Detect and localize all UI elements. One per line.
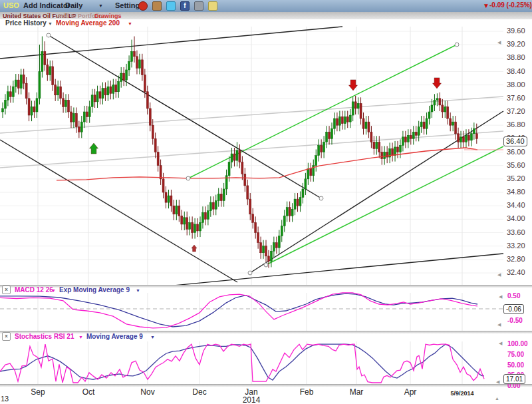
price-axis-label: 33.20 [507, 242, 532, 250]
chevron-down-icon[interactable]: ▼ [136, 288, 140, 293]
time-axis-label: 5/9/2014 [450, 390, 473, 397]
price-axis-label: 38.00 [507, 81, 532, 89]
stoch-axis-label: 50.00 [507, 361, 524, 369]
time-axis-year: 2014 [243, 395, 261, 404]
chevron-down-icon[interactable]: ▼ [150, 335, 155, 339]
price-axis-label: 39.20 [507, 40, 532, 48]
panel-separator[interactable] [0, 384, 532, 387]
price-axis-label: 38.40 [507, 67, 532, 75]
chart-canvas[interactable] [0, 0, 532, 404]
macd-axis-low: -0.50 [507, 317, 523, 324]
stoch-axis-label: 75.00 [507, 351, 524, 358]
macd-axis-high: 0.50 [507, 292, 520, 300]
axis-scroll-icon[interactable]: ▲ [495, 396, 499, 401]
price-axis-label: 34.00 [507, 214, 532, 222]
time-axis-label: Feb [300, 387, 314, 397]
time-axis-label: Mar [350, 387, 364, 397]
price-axis-label: 35.20 [507, 174, 532, 182]
axis-scroll-icon[interactable]: ◀ [499, 341, 502, 346]
macd-title[interactable]: MACD 12 26 [15, 286, 53, 294]
macd-signal-label[interactable]: Exp Moving Average 9 [59, 286, 130, 294]
time-axis-label: Oct [82, 387, 95, 397]
time-axis-label: Nov [140, 387, 154, 397]
price-axis-label: 32.80 [507, 255, 532, 263]
price-axis-label: 34.80 [507, 188, 532, 196]
price-axis-label: 39.60 [507, 27, 532, 35]
chevron-down-icon[interactable]: ▼ [51, 288, 56, 293]
time-axis-label: Sep [31, 387, 45, 397]
stoch-signal-label[interactable]: Moving Average 9 [86, 333, 143, 340]
price-axis-label: 34.40 [507, 201, 532, 209]
stoch-axis-label: 100.00 [507, 340, 528, 347]
stoch-title[interactable]: Stochastics RSI 21 [15, 333, 74, 340]
price-axis-label: 37.20 [507, 107, 532, 115]
price-axis-label: 37.60 [507, 94, 532, 102]
chevron-down-icon[interactable]: ▼ [78, 335, 83, 339]
axis-scroll-icon[interactable]: ◀ [497, 322, 501, 327]
panel-separator[interactable] [0, 331, 532, 333]
axis-scroll-icon[interactable]: ◀ [499, 294, 502, 300]
axis-scroll-icon[interactable]: ◀ [496, 379, 499, 385]
macd-value-badge: -0.06 [503, 304, 524, 314]
price-axis-label: 38.80 [507, 53, 532, 61]
close-icon[interactable]: x [2, 332, 11, 341]
last-price-badge: 36.40 [503, 136, 527, 146]
axis-scroll-icon[interactable]: ◀ [497, 40, 501, 45]
close-icon[interactable]: x [2, 286, 11, 294]
price-axis-label: 32.40 [507, 268, 532, 276]
time-axis-label: Apr [404, 387, 417, 397]
time-axis-label: Dec [192, 387, 206, 397]
price-axis-label: 35.60 [507, 161, 532, 169]
price-axis-label: 33.60 [507, 228, 532, 236]
year-label: 13 [1, 395, 9, 403]
axis-scroll-icon[interactable]: ◀ [497, 272, 501, 278]
stoch-value-badge: 17.01 [503, 374, 525, 384]
price-axis-label: 36.80 [507, 120, 532, 128]
price-axis-label: 36.00 [507, 148, 532, 156]
chart-application-window: USO Add Indicator Daily ▼ Settings f ▼ -… [0, 0, 532, 404]
